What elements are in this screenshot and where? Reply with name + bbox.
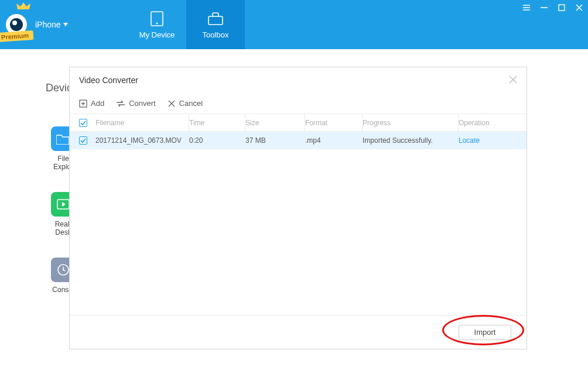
app-header: iPhone Premium My Device Toolbox [0,0,588,49]
add-label: Add [91,99,104,108]
plus-box-icon [79,100,87,108]
video-converter-modal: Video Converter Add Convert Cancel Filen… [69,67,527,349]
cell-progress: Imported Successfully. [363,136,433,145]
logo-area: iPhone Premium [0,0,128,49]
close-icon[interactable] [575,4,583,12]
page-title: Devic [46,82,72,94]
file-table: Filename Time Size Format Progress Opera… [70,114,527,315]
modal-toolbar: Add Convert Cancel [70,93,527,114]
chevron-down-icon [63,23,68,26]
briefcase-icon [205,11,226,27]
cell-size: 37 MB [245,136,266,145]
tab-toolbox[interactable]: Toolbox [186,0,245,49]
cancel-label: Cancel [179,99,203,108]
col-format: Format [305,119,327,127]
minimize-icon[interactable] [540,4,548,12]
add-button[interactable]: Add [79,99,104,108]
modal-footer: Import [70,315,527,349]
import-button[interactable]: Import [459,325,511,340]
cell-time: 0:20 [189,136,203,145]
col-operation: Operation [459,119,490,127]
col-filename: Filename [95,119,124,127]
table-header: Filename Time Size Format Progress Opera… [70,114,527,132]
col-progress: Progress [363,119,391,127]
cell-filename: 20171214_IMG_0673.MOV [95,136,182,145]
nav-tabs: My Device Toolbox [128,0,245,49]
svg-point-1 [156,22,158,24]
svg-rect-2 [208,16,223,25]
tablet-icon [146,11,167,27]
crown-icon [16,2,30,11]
row-checkbox[interactable] [79,136,87,145]
window-controls [522,4,583,12]
convert-label: Convert [129,99,156,108]
locate-link[interactable]: Locate [459,136,517,145]
cancel-button[interactable]: Cancel [167,99,203,108]
cell-format: .mp4 [305,136,321,145]
convert-button[interactable]: Convert [116,99,156,108]
col-time: Time [189,119,204,127]
menu-icon[interactable] [522,4,531,12]
select-all-checkbox[interactable] [79,119,87,127]
modal-title: Video Converter [79,76,138,85]
nav-label: My Device [139,30,175,39]
device-selector[interactable]: iPhone [35,20,68,29]
nav-label: Toolbox [203,30,229,39]
maximize-icon[interactable] [558,4,566,12]
close-icon[interactable] [509,76,517,85]
swap-icon [116,100,125,108]
premium-badge: Premium [0,30,34,42]
modal-header: Video Converter [70,67,527,93]
x-icon [167,100,176,108]
device-label: iPhone [35,20,61,29]
table-row[interactable]: 20171214_IMG_0673.MOV 0:20 37 MB .mp4 Im… [70,132,527,149]
import-label: Import [474,328,496,337]
col-size: Size [245,119,259,127]
tab-my-device[interactable]: My Device [128,0,186,49]
svg-rect-3 [559,5,565,11]
